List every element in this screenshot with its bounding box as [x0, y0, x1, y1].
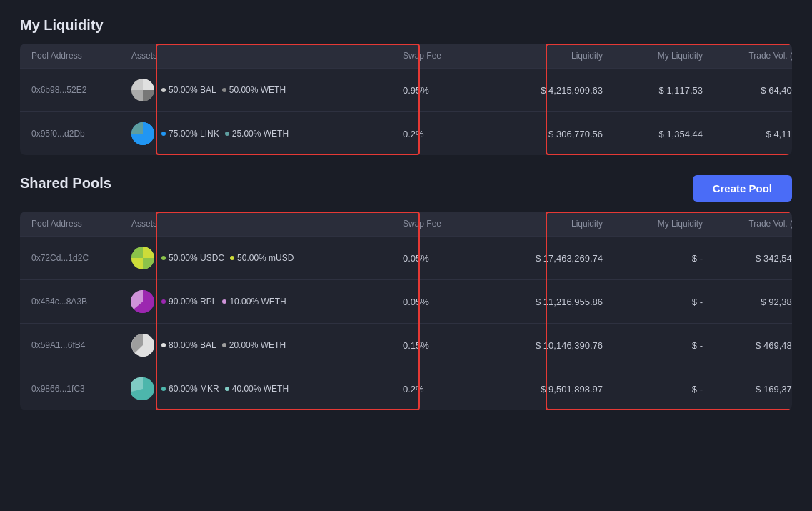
asset-tags: 50.00% USDC 50.00% mUSD [161, 253, 294, 263]
asset-tag: 90.00% RPL [161, 297, 216, 307]
asset-tag: 80.00% BAL [161, 340, 216, 350]
asset-tag: 60.00% MKR [161, 384, 219, 394]
assets-cell: 50.00% USDC 50.00% mUSD [131, 247, 403, 269]
pool-address: 0x6b98...52E2 [31, 85, 131, 95]
asset-tag: 20.00% WETH [222, 340, 286, 350]
col-my-liquidity: My Liquidity [603, 219, 703, 229]
liquidity-value: $ 17,463,269.74 [488, 253, 603, 264]
my-liquidity-value: $ - [603, 340, 703, 351]
liquidity-value: $ 10,146,390.76 [488, 340, 603, 351]
shared-pools-table: Pool Address Assets Swap Fee Liquidity M… [20, 212, 792, 410]
table-row: 0x95f0...d2Db 75.00% LINK 25 [20, 111, 792, 155]
create-pool-button[interactable]: Create Pool [693, 175, 792, 202]
shared-pools-section: Shared Pools Create Pool Pool Address As… [20, 175, 792, 410]
shared-pools-header: Shared Pools Create Pool [20, 175, 792, 202]
asset-dot-icon [222, 299, 226, 304]
assets-cell: 90.00% RPL 10.00% WETH [131, 290, 403, 313]
pool-address: 0x59A1...6fB4 [31, 340, 131, 350]
asset-dot-icon [230, 256, 234, 260]
pool-address: 0x95f0...d2Db [31, 129, 131, 139]
pie-chart-icon [131, 122, 154, 145]
trade-vol-value: $ 469,485.78 [703, 340, 792, 351]
asset-tag: 50.00% BAL [161, 85, 216, 95]
asset-dot-icon [161, 256, 166, 260]
col-assets: Assets [131, 51, 403, 61]
assets-cell: 50.00% BAL 50.00% WETH [131, 79, 403, 101]
asset-dot-icon [161, 343, 166, 347]
trade-vol-value: $ 4,119.62 [703, 129, 792, 139]
asset-tag: 40.00% WETH [225, 384, 289, 394]
asset-dot-icon [222, 88, 226, 92]
table-row: 0x59A1...6fB4 80.00% BAL 20. [20, 323, 792, 367]
assets-cell: 60.00% MKR 40.00% WETH [131, 377, 403, 400]
pie-chart-icon [131, 79, 154, 101]
pie-chart-icon [131, 334, 154, 357]
my-liquidity-value: $ - [603, 297, 703, 307]
liquidity-value: $ 306,770.56 [488, 129, 603, 139]
asset-tag: 50.00% mUSD [230, 253, 294, 263]
liquidity-value: $ 11,216,955.86 [488, 297, 603, 307]
asset-tag: 10.00% WETH [222, 297, 286, 307]
asset-tags: 75.00% LINK 25.00% WETH [161, 129, 289, 139]
asset-dot-icon [225, 387, 229, 391]
pie-chart-icon [131, 377, 154, 400]
col-swap-fee: Swap Fee [403, 219, 488, 229]
asset-tags: 80.00% BAL 20.00% WETH [161, 340, 286, 350]
asset-tag: 50.00% WETH [222, 85, 286, 95]
asset-dot-icon [161, 387, 166, 391]
swap-fee: 0.2% [403, 384, 488, 395]
table-row: 0x6b98...52E2 50.00% BAL 50. [20, 68, 792, 111]
pie-chart-icon [131, 247, 154, 269]
asset-tags: 60.00% MKR 40.00% WETH [161, 384, 289, 394]
my-liquidity-title: My Liquidity [20, 17, 792, 34]
pool-address: 0x72Cd...1d2C [31, 253, 131, 263]
swap-fee: 0.95% [403, 85, 488, 96]
asset-dot-icon [161, 88, 166, 92]
asset-dot-icon [225, 132, 229, 136]
asset-dot-icon [161, 132, 166, 136]
table-row: 0x72Cd...1d2C 50.00% USDC 50 [20, 236, 792, 279]
swap-fee: 0.15% [403, 340, 488, 351]
pie-chart-icon [131, 290, 154, 313]
swap-fee: 0.05% [403, 297, 488, 307]
trade-vol-value: $ 342,545.24 [703, 253, 792, 264]
shared-pools-title: Shared Pools [20, 175, 111, 192]
asset-dot-icon [222, 343, 226, 347]
my-liquidity-value: $ 1,354.44 [603, 129, 703, 139]
pool-address: 0x454c...8A3B [31, 297, 131, 307]
my-liquidity-value: $ 1,117.53 [603, 85, 703, 96]
asset-tag: 50.00% USDC [161, 253, 224, 263]
col-trade-vol: Trade Vol. (24h) [703, 51, 792, 61]
my-liquidity-section: My Liquidity Pool Address Assets Swap Fe… [20, 17, 792, 155]
asset-tag: 25.00% WETH [225, 129, 289, 139]
trade-vol-value: $ 169,370.10 [703, 384, 792, 395]
asset-tags: 50.00% BAL 50.00% WETH [161, 85, 286, 95]
liquidity-value: $ 9,501,898.97 [488, 384, 603, 395]
col-liquidity: Liquidity [488, 219, 603, 229]
asset-dot-icon [161, 299, 166, 304]
col-pool-address: Pool Address [31, 51, 131, 61]
my-liquidity-value: $ - [603, 253, 703, 264]
my-liquidity-header: Pool Address Assets Swap Fee Liquidity M… [20, 44, 792, 68]
my-liquidity-table: Pool Address Assets Swap Fee Liquidity M… [20, 44, 792, 155]
table-row: 0x9866...1fC3 60.00% MKR 40. [20, 367, 792, 410]
col-liquidity: Liquidity [488, 51, 603, 61]
liquidity-value: $ 4,215,909.63 [488, 85, 603, 96]
asset-tag: 75.00% LINK [161, 129, 219, 139]
pool-address: 0x9866...1fC3 [31, 384, 131, 394]
asset-tags: 90.00% RPL 10.00% WETH [161, 297, 286, 307]
assets-cell: 80.00% BAL 20.00% WETH [131, 334, 403, 357]
swap-fee: 0.2% [403, 129, 488, 139]
table-row: 0x454c...8A3B 90.00% RPL 10. [20, 279, 792, 323]
assets-cell: 75.00% LINK 25.00% WETH [131, 122, 403, 145]
trade-vol-value: $ 92,387.35 [703, 297, 792, 307]
trade-vol-value: $ 64,400.81 [703, 85, 792, 96]
col-assets: Assets [131, 219, 403, 229]
shared-pools-table-header: Pool Address Assets Swap Fee Liquidity M… [20, 212, 792, 236]
col-swap-fee: Swap Fee [403, 51, 488, 61]
swap-fee: 0.05% [403, 253, 488, 264]
col-pool-address: Pool Address [31, 219, 131, 229]
my-liquidity-value: $ - [603, 384, 703, 395]
col-my-liquidity: My Liquidity [603, 51, 703, 61]
col-trade-vol: Trade Vol. (24h) [703, 219, 792, 229]
